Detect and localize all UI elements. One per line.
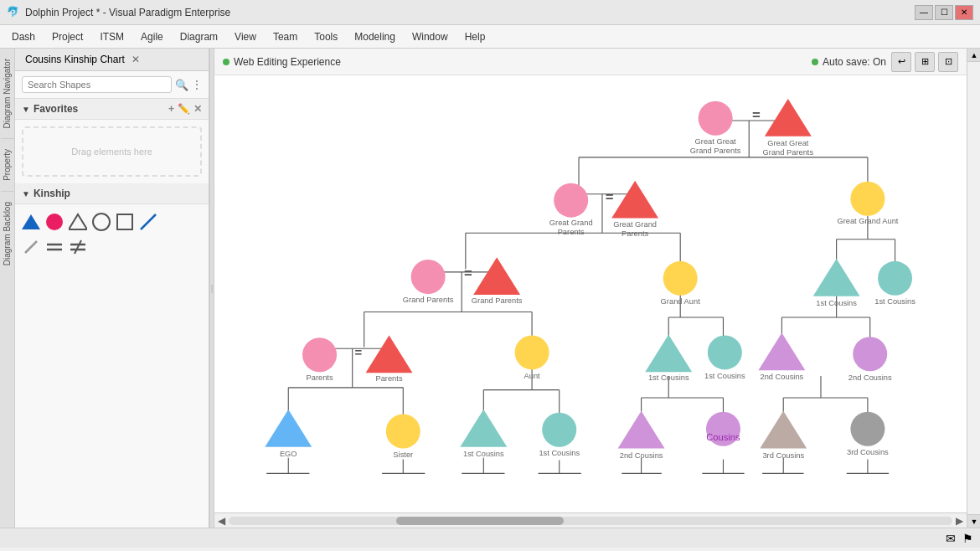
svg-text:2nd Cousins: 2nd Cousins	[848, 373, 892, 382]
svg-text:Parents: Parents	[622, 229, 648, 238]
canvas-icon-btn-1[interactable]: ↩	[891, 52, 911, 72]
svg-text:2nd Cousins: 2nd Cousins	[620, 451, 663, 460]
svg-text:Parents: Parents	[375, 374, 402, 383]
kinship-shape-outline-triangle[interactable]	[69, 213, 87, 231]
kinship-shape-filled-circle[interactable]	[45, 213, 64, 231]
menu-view[interactable]: View	[226, 28, 265, 46]
menu-window[interactable]: Window	[404, 28, 456, 46]
menu-help[interactable]: Help	[456, 28, 494, 46]
scroll-down-arrow[interactable]: ▼	[967, 514, 980, 528]
svg-text:Great Great: Great Great	[767, 139, 809, 147]
kinship-shape-diagonal-line[interactable]	[139, 213, 157, 231]
svg-text:Sister: Sister	[393, 451, 413, 459]
svg-text:2nd Cousins: 2nd Cousins	[760, 373, 803, 381]
scroll-left-arrow[interactable]: ◀	[218, 515, 225, 527]
scroll-right-arrow[interactable]: ▶	[956, 515, 963, 527]
svg-text:Aunt: Aunt	[524, 372, 541, 380]
horizontal-scrollbar[interactable]	[229, 517, 952, 525]
svg-text:Grand Aunt: Grand Aunt	[661, 297, 701, 306]
svg-point-1	[46, 214, 63, 230]
kinship-shape-not-equals[interactable]	[69, 238, 87, 256]
svg-text:Great Grand: Great Grand	[613, 220, 657, 229]
kinship-label: Kinship	[34, 188, 70, 199]
svg-text:3rd Cousins: 3rd Cousins	[847, 448, 889, 456]
svg-text:Cousins: Cousins	[706, 432, 740, 442]
app-title: Dolphin Project * - Visual Paradigm Ente…	[25, 7, 230, 18]
diagram-svg: .node-label { font-size: 10px; fill: #66…	[214, 75, 967, 512]
sidebar-tab-diagram-navigator[interactable]: Diagram Navigator	[1, 52, 13, 135]
scroll-up-arrow[interactable]: ▲	[967, 49, 980, 62]
menu-dash[interactable]: Dash	[3, 28, 44, 46]
sidebar-tab-label: Cousins Kinship Chart	[25, 54, 125, 65]
search-input[interactable]	[22, 76, 172, 93]
kinship-shape-slash[interactable]	[22, 238, 40, 256]
canvas-icon-btn-3[interactable]: ⊡	[938, 52, 958, 72]
favorites-actions: + ✏️ ✕	[168, 103, 202, 115]
left-tab-panel: Diagram Navigator Property Diagram Backl…	[0, 49, 15, 528]
menu-team[interactable]: Team	[265, 28, 306, 46]
kinship-header: ▼ Kinship	[15, 183, 209, 204]
menu-agile[interactable]: Agile	[132, 28, 172, 46]
scrollbar-thumb[interactable]	[396, 517, 564, 525]
svg-marker-107	[645, 334, 692, 372]
menu-tools[interactable]: Tools	[306, 28, 346, 46]
menu-bar: Dash Project ITSM Agile Diagram View Tea…	[0, 25, 980, 49]
menu-diagram[interactable]: Diagram	[172, 28, 226, 46]
kinship-shape-outline-circle[interactable]	[92, 213, 111, 231]
svg-text:1st Cousins: 1st Cousins	[874, 297, 916, 306]
menu-itsm[interactable]: ITSM	[91, 28, 132, 46]
kinship-shape-outline-square[interactable]	[116, 213, 134, 231]
main-layout: Diagram Navigator Property Diagram Backl…	[0, 49, 980, 528]
favorites-delete-icon[interactable]: ✕	[193, 103, 202, 115]
svg-marker-102	[366, 335, 413, 373]
kinship-shape-filled-triangle[interactable]	[22, 213, 40, 231]
svg-marker-96	[813, 259, 860, 296]
kinship-shape-equals[interactable]	[45, 238, 64, 256]
svg-marker-119	[460, 409, 507, 447]
svg-point-98	[878, 261, 912, 296]
svg-text:1st Cousins: 1st Cousins	[816, 299, 857, 307]
favorites-drop-area: Drag elements here	[22, 126, 202, 177]
svg-point-89	[411, 260, 446, 294]
sidebar-tab-diagram-backlog[interactable]: Diagram Backlog	[1, 195, 13, 272]
favorites-toggle[interactable]: ▼	[22, 105, 30, 114]
sidebar-diagram-tab[interactable]: Cousins Kinship Chart ✕	[15, 49, 209, 71]
sidebar-tab-property[interactable]: Property	[1, 142, 13, 188]
svg-text:EGO: EGO	[280, 450, 297, 458]
favorites-add-icon[interactable]: +	[168, 103, 174, 115]
minimize-button[interactable]: —	[915, 5, 933, 20]
svg-point-80	[554, 183, 588, 218]
kinship-toggle[interactable]: ▼	[22, 189, 30, 198]
svg-line-12	[75, 240, 81, 254]
more-options-icon[interactable]: ⋮	[192, 79, 202, 90]
auto-save-label: Auto save: On	[823, 56, 886, 68]
svg-text:Grand Parents: Grand Parents	[763, 148, 814, 157]
svg-marker-76	[765, 99, 812, 136]
svg-point-129	[850, 412, 885, 446]
svg-point-87	[850, 182, 885, 216]
svg-point-94	[663, 261, 698, 296]
close-button[interactable]: ✕	[955, 5, 973, 20]
svg-text:Great Great: Great Great	[695, 137, 737, 146]
window-controls[interactable]: — ☐ ✕	[915, 5, 973, 20]
menu-modeling[interactable]: Modeling	[346, 28, 404, 46]
sidebar-tab-close[interactable]: ✕	[132, 54, 140, 65]
svg-text:Grand Parents: Grand Parents	[690, 147, 741, 155]
svg-text:1st Cousins: 1st Cousins	[463, 450, 504, 458]
svg-text:Great Grand: Great Grand	[549, 219, 593, 227]
favorites-edit-icon[interactable]: ✏️	[178, 103, 190, 115]
app-icon: 🐬	[7, 6, 20, 19]
canvas-icon-btn-2[interactable]: ⊞	[915, 52, 935, 72]
kinship-shapes-panel	[15, 204, 209, 265]
menu-project[interactable]: Project	[44, 28, 91, 46]
favorites-header: ▼ Favorites + ✏️ ✕	[15, 99, 209, 120]
svg-text:1st Cousins: 1st Cousins	[539, 449, 580, 457]
web-editing-label: Web Editing Experience	[234, 56, 341, 68]
kinship-shapes-row-1	[22, 209, 202, 234]
status-envelope-icon[interactable]: ✉	[946, 532, 956, 545]
maximize-button[interactable]: ☐	[935, 5, 953, 20]
svg-marker-111	[758, 333, 805, 371]
status-flag-icon[interactable]: ⚑	[962, 532, 973, 545]
diagram-canvas[interactable]: .node-label { font-size: 10px; fill: #66…	[214, 75, 967, 512]
search-icon[interactable]: 🔍	[175, 79, 188, 91]
